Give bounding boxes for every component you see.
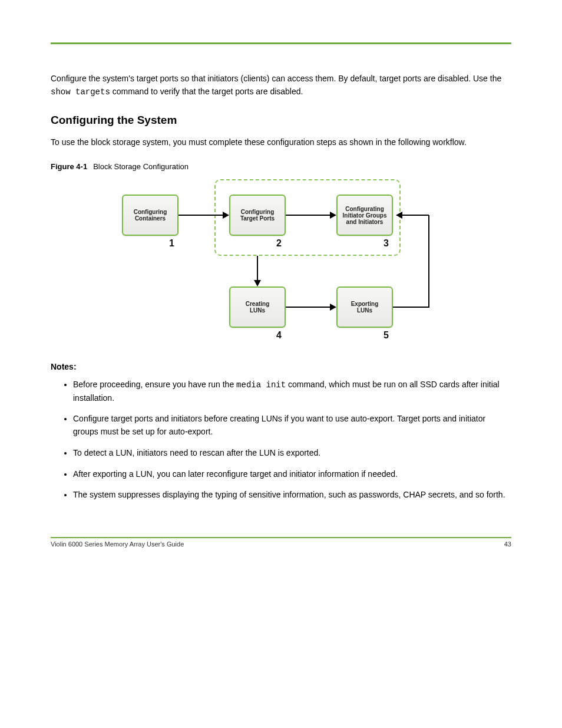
- arrow-2-3-line: [286, 215, 330, 216]
- intro-p1-a: Configure the system's target ports so t…: [51, 74, 501, 83]
- box-creating-luns: Creating LUNs: [229, 286, 286, 328]
- box-configuring-target-ports: Configuring Target Ports: [229, 195, 286, 236]
- figure-label: Figure 4-1Block Storage Configuration: [51, 162, 511, 171]
- box-configuring-initiator-groups: Configurating Initiator Groups and Initi…: [336, 195, 393, 236]
- workflow-diagram: Configuring Containers Configuring Targe…: [111, 174, 451, 345]
- intro-paragraph-2: To use the block storage system, you mus…: [51, 136, 511, 149]
- figure-number: Figure 4-1: [51, 162, 87, 171]
- box3-label: Configurating Initiator Groups and Initi…: [343, 206, 387, 225]
- box2-label: Configuring Target Ports: [240, 209, 275, 222]
- note-item-5: The system suppresses displaying the typ…: [73, 489, 511, 502]
- figure-title: Block Storage Configuration: [93, 162, 189, 171]
- arrow-2-3-head: [330, 212, 336, 219]
- intro-paragraph-1: Configure the system's target ports so t…: [51, 73, 511, 98]
- step-number-3: 3: [384, 238, 389, 249]
- step-number-1: 1: [169, 238, 174, 249]
- note-item-3: To detect a LUN, initiators need to resc…: [73, 447, 511, 460]
- notes-heading: Notes:: [51, 362, 511, 371]
- code-media-init: media init: [236, 380, 286, 390]
- arrow-1-2-line: [178, 215, 223, 216]
- arrow-group-4-head: [254, 280, 261, 286]
- note-item-2: Configure target ports and initiators be…: [73, 413, 511, 438]
- step-number-2: 2: [276, 238, 282, 249]
- arrow-4-5-head: [330, 304, 336, 311]
- note1-a: Before proceeding, ensure you have run t…: [73, 380, 236, 389]
- notes-list: Before proceeding, ensure you have run t…: [51, 378, 511, 502]
- box-configuring-containers: Configuring Containers: [122, 195, 178, 236]
- page: Configure the system's target ports so t…: [0, 0, 562, 571]
- arrow-5-3-seg1: [393, 307, 429, 308]
- arrow-5-3-head: [396, 212, 402, 219]
- arrow-5-3-seg2: [428, 215, 429, 308]
- step-number-4: 4: [276, 330, 282, 341]
- section-heading: Configuring the System: [51, 114, 511, 127]
- arrow-4-5-line: [286, 307, 330, 308]
- arrow-group-4-line: [257, 256, 258, 281]
- box4-label: Creating LUNs: [246, 301, 270, 314]
- box-exporting-luns: Exporting LUNs: [336, 286, 393, 328]
- diagram-container: Configuring Containers Configuring Targe…: [51, 174, 511, 345]
- footer: Violin 6000 Series Memory Array User's G…: [51, 538, 511, 548]
- top-rule: [51, 42, 511, 44]
- arrow-5-3-seg3: [402, 215, 429, 216]
- footer-title: Violin 6000 Series Memory Array User's G…: [51, 541, 184, 548]
- step-number-5: 5: [384, 330, 389, 341]
- box5-label: Exporting LUNs: [351, 301, 379, 314]
- footer-page-number: 43: [504, 541, 511, 548]
- arrow-1-2-head: [223, 212, 229, 219]
- note-item-4: After exporting a LUN, you can later rec…: [73, 468, 511, 481]
- box1-label: Configuring Containers: [134, 209, 167, 222]
- code-show-targets: show targets: [51, 87, 110, 97]
- note-item-1: Before proceeding, ensure you have run t…: [73, 378, 511, 404]
- intro-p1-b: command to verify that the target ports …: [110, 87, 303, 96]
